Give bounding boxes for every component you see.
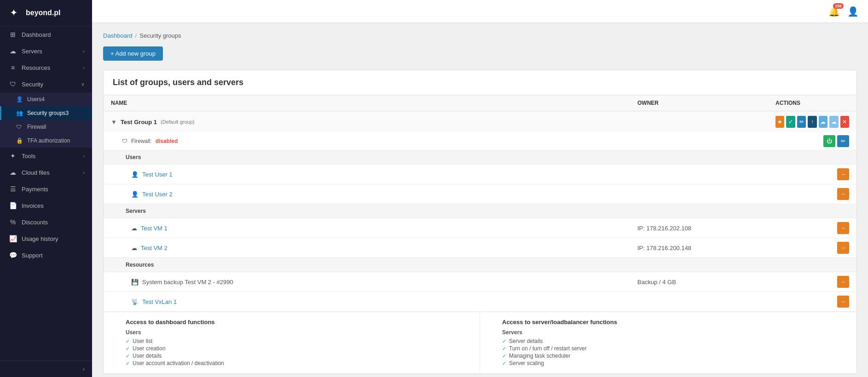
access-item: ✓ User details <box>126 352 472 360</box>
sidebar-item-label: Security <box>22 81 81 88</box>
sidebar-collapse-button[interactable]: ‹ <box>0 360 92 377</box>
sidebar-item-tools[interactable]: ✦ Tools › <box>0 148 92 164</box>
sidebar-item-dashboard[interactable]: ⊞ Dashboard <box>0 26 92 43</box>
security-submenu: 👤 Users 4 👥 Security groups 3 🛡 Firewall… <box>0 92 92 148</box>
user-remove-button[interactable]: → <box>837 168 849 180</box>
server-action-buttons: → <box>775 242 849 254</box>
col-header-name: Name <box>111 100 637 106</box>
resource-remove-button[interactable]: → <box>837 296 849 308</box>
table-title: List of groups, users and servers <box>104 70 856 95</box>
firewall-status: disabled <box>156 138 178 144</box>
group-collapse-icon[interactable]: ▼ <box>111 119 117 126</box>
firewall-edit-button[interactable]: ✏ <box>837 135 849 147</box>
check-icon: ✓ <box>126 360 130 366</box>
firewall-toggle-buttons: ⏻ ✏ <box>823 135 849 147</box>
sidebar-item-users[interactable]: 👤 Users 4 <box>0 92 92 106</box>
group-title: Test Group 1 <box>121 119 157 126</box>
sidebar: ✦ beyond.pl ⊞ Dashboard ☁ Servers › ≡ Re… <box>0 0 92 377</box>
collapse-icon: ‹ <box>83 366 85 372</box>
firewall-enable-button[interactable]: ⏻ <box>823 135 835 147</box>
access-item: ✓ User account activation / deactivation <box>126 360 472 367</box>
sidebar-item-tfa[interactable]: 🔒 TFA authorization <box>0 134 92 148</box>
users-badge: 4 <box>41 96 45 103</box>
user-icon: 👤 <box>131 191 139 198</box>
user-name: 👤 Test User 1 <box>131 171 637 178</box>
sidebar-item-label: Tools <box>22 153 83 160</box>
access-item: ✓ Turn on / turn off / restart server <box>502 345 849 352</box>
user-link[interactable]: Test User 1 <box>142 171 173 178</box>
group-header: ▼ Test Group 1 (Default group) ★ ✓ ✏ ↑ ☁… <box>104 111 856 132</box>
sidebar-item-servers[interactable]: ☁ Servers › <box>0 43 92 59</box>
resource-icon: 💾 <box>131 279 139 286</box>
server-remove-button[interactable]: → <box>837 222 849 234</box>
server-owner: IP: 178.216.200.148 <box>637 245 775 251</box>
notification-badge: 156 <box>833 3 844 9</box>
firewall-shield-icon: 🛡 <box>122 138 127 144</box>
check-button[interactable]: ✓ <box>786 116 795 128</box>
sidebar-item-payments[interactable]: ☰ Payments <box>0 181 92 197</box>
resources-section-label: Resources <box>126 262 154 268</box>
access-item-label: User account activation / deactivation <box>133 360 224 366</box>
server-name: ☁ Test VM 1 <box>131 225 637 232</box>
sidebar-item-support[interactable]: 💬 Support <box>0 247 92 263</box>
access-item-label: Managing task scheduler <box>509 353 570 359</box>
list-item: ☁ Test VM 2 IP: 178.216.200.148 → <box>104 238 856 258</box>
server-link[interactable]: Test VM 2 <box>141 245 168 251</box>
access-item-label: User creation <box>133 345 165 352</box>
chevron-right-icon: › <box>83 48 85 54</box>
firewall-label: Firewall: <box>131 138 152 144</box>
sidebar-sub-label: Users <box>27 96 41 103</box>
user-link[interactable]: Test User 2 <box>142 191 173 198</box>
breadcrumb: Dashboard / Security groups <box>103 32 857 39</box>
user-avatar-icon: 👤 <box>847 6 859 17</box>
sidebar-item-security[interactable]: 🛡 Security ∨ <box>0 76 92 92</box>
security-icon: 🛡 <box>9 80 17 88</box>
sidebar-item-label: Discounts <box>22 219 85 226</box>
check-icon: ✓ <box>502 360 506 366</box>
sidebar-item-discounts[interactable]: % Discounts <box>0 214 92 230</box>
sidebar-item-usage-history[interactable]: 📈 Usage history <box>0 230 92 247</box>
resource-remove-button[interactable]: → <box>837 276 849 288</box>
sidebar-item-invoices[interactable]: 📄 Invoices <box>0 197 92 214</box>
servers-category-label: Servers <box>502 329 849 336</box>
groups-table: List of groups, users and servers Name O… <box>103 70 857 374</box>
access-item-label: Turn on / turn off / restart server <box>509 345 587 352</box>
table-header: Name Owner Actions <box>104 95 856 111</box>
dashboard-access-title: Access to dashboard functions <box>126 319 472 326</box>
dashboard-access-block: Access to dashboard functions Users ✓ Us… <box>104 312 480 373</box>
table-row: ▼ Test Group 1 (Default group) ★ ✓ ✏ ↑ ☁… <box>104 111 856 374</box>
notifications-button[interactable]: 🔔 156 <box>828 6 840 17</box>
sidebar-item-label: Usage history <box>22 235 85 242</box>
add-new-group-button[interactable]: + Add new group <box>103 46 163 61</box>
topbar: 🔔 156 👤 <box>92 0 868 23</box>
access-item: ✓ Server details <box>502 337 849 345</box>
check-icon: ✓ <box>502 346 506 352</box>
server-remove-button[interactable]: → <box>837 242 849 254</box>
breadcrumb-dashboard[interactable]: Dashboard <box>103 32 133 39</box>
discounts-icon: % <box>9 218 17 226</box>
sidebar-item-security-groups[interactable]: 👥 Security groups 3 <box>0 106 92 120</box>
access-item-label: Server scaling <box>509 360 544 366</box>
resource-link[interactable]: Test VxLan 1 <box>142 298 177 305</box>
star-button[interactable]: ★ <box>775 116 784 128</box>
user-remove-button[interactable]: → <box>837 188 849 200</box>
upload-button[interactable]: ↑ <box>808 116 816 128</box>
sidebar-item-firewall[interactable]: 🛡 Firewall <box>0 120 92 134</box>
breadcrumb-current: Security groups <box>139 32 181 39</box>
sidebar-item-label: Resources <box>22 64 83 71</box>
edit-button[interactable]: ✏ <box>797 116 806 128</box>
sidebar-item-resources[interactable]: ≡ Resources › <box>0 59 92 76</box>
cloud-button[interactable]: ☁ <box>819 116 827 128</box>
sidebar-item-cloud-files[interactable]: ☁ Cloud files › <box>0 164 92 181</box>
user-action-buttons: → <box>775 188 849 200</box>
cloud2-button[interactable]: ☁ <box>829 116 838 128</box>
delete-button[interactable]: ✕ <box>840 116 849 128</box>
sidebar-item-label: Dashboard <box>22 31 85 38</box>
logo-icon: ✦ <box>7 6 22 20</box>
tools-icon: ✦ <box>9 152 17 160</box>
col-header-actions: Actions <box>775 100 849 106</box>
user-menu-button[interactable]: 👤 <box>847 6 859 17</box>
sidebar-item-label: Invoices <box>22 202 85 209</box>
cloud-files-icon: ☁ <box>9 169 17 176</box>
server-link[interactable]: Test VM 1 <box>141 225 168 232</box>
